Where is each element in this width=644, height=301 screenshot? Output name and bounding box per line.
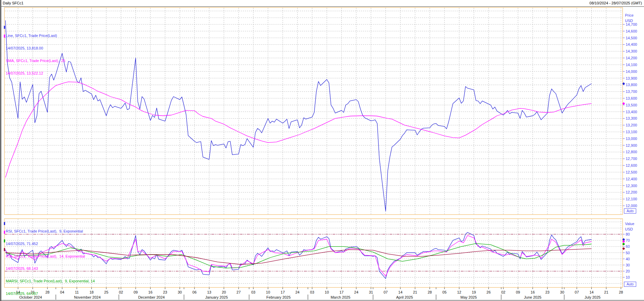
x-axis-day-label: 27: [236, 290, 241, 294]
x-axis-day-label: 14: [398, 290, 402, 294]
x-axis-day-label: 21: [604, 290, 608, 294]
price-axis-label: 12,900: [626, 143, 637, 147]
x-axis-month-label: January 2025: [205, 295, 228, 299]
x-axis-day-label: 19: [472, 290, 476, 294]
x-axis-day-label: 17: [339, 290, 343, 294]
x-axis-day-label: 17: [281, 290, 285, 294]
rsi-axis-title: USD: [625, 227, 633, 231]
x-axis-day-label: 30: [560, 290, 564, 294]
price-panel-border: [4, 7, 623, 215]
x-axis-day-label: 23: [163, 290, 167, 294]
rsi-axis-label: 40: [626, 257, 630, 261]
series-sma-25: [5, 82, 591, 177]
x-axis-day-label: 02: [501, 290, 505, 294]
x-axis-day-label: 24: [354, 290, 358, 294]
x-axis-day-label: 09: [516, 290, 520, 294]
legend-rsi14-value: 14/07/2025, 68.143: [6, 266, 97, 271]
price-axis-label: 14,000: [626, 69, 637, 74]
x-axis-day-label: 28: [619, 290, 623, 294]
rsi-axis-label: 70: [626, 238, 630, 242]
x-axis-day-label: 09: [134, 290, 138, 294]
price-axis-label: 12,400: [626, 177, 637, 181]
x-axis-day-label: 02: [119, 290, 123, 294]
legend-rsi14-name: RSI, SFCc1, Trade Price(Last), 14, Expon…: [6, 254, 97, 259]
x-axis-month-label: February 2025: [266, 295, 291, 299]
legend-sma-name: SMA, SFCc1, Trade Price(Last), 25: [6, 59, 65, 63]
x-axis-month-label: December 2024: [138, 295, 165, 299]
legend-marsi9-value: 14/07/2025, 64.037: [6, 292, 97, 296]
legend-line-value: 14/07/2025, 13,818.00: [6, 46, 65, 51]
price-axis-label: 13,200: [626, 123, 637, 127]
rsi-panel-border: [4, 219, 623, 287]
price-axis-auto-button[interactable]: Auto: [624, 208, 636, 214]
x-axis-day-label: 16: [148, 290, 152, 294]
price-axis-label: 12,100: [626, 197, 637, 201]
x-axis-day-label: 13: [207, 290, 211, 294]
x-axis-day-label: 10: [266, 290, 270, 294]
price-axis-label: 13,500: [626, 103, 637, 107]
x-axis-day-label: 07: [575, 290, 579, 294]
x-axis-day-label: 06: [192, 290, 196, 294]
x-axis-day-label: 03: [310, 290, 314, 294]
rsi-axis-title: Value: [625, 222, 634, 226]
price-axis-label: 13,800: [626, 83, 637, 87]
legend-sma-value: 14/07/2025, 13,522.12: [6, 71, 65, 76]
price-legend: Line, SFCc1, Trade Price(Last) 14/07/202…: [6, 25, 65, 84]
legend-swatch: [4, 222, 5, 225]
date-range-label: 08/10/2024 - 28/07/2025 (GMT): [589, 1, 642, 5]
legend-swatch: [4, 26, 5, 29]
price-axis-title: Price: [625, 13, 633, 17]
x-axis-day-label: 12: [457, 290, 461, 294]
rsi-axis-label: 10: [626, 275, 630, 279]
x-axis-day-label: 21: [413, 290, 417, 294]
legend-rsi9-name: RSI, SFCc1, Trade Price(Last), 9, Expone…: [6, 229, 97, 234]
price-axis-title: USD: [625, 19, 633, 23]
price-axis-label: 12,300: [626, 184, 637, 188]
x-axis-day-label: 16: [531, 290, 535, 294]
window-title: Daily SFCc1: [3, 1, 23, 5]
x-axis-day-label: 31: [369, 290, 373, 294]
window-left-edge: [0, 0, 1, 301]
price-axis-label: 13,300: [626, 116, 637, 120]
rsi-axis-auto-button[interactable]: Auto: [624, 282, 636, 287]
price-axis-label: 13,100: [626, 130, 637, 134]
price-axis-label: 12,800: [626, 150, 637, 154]
x-axis-day-label: 03: [251, 290, 255, 294]
rsi-axis-label: 80: [626, 232, 630, 236]
series-trade-price-last-: [5, 20, 591, 211]
rsi-axis-label: 30: [626, 263, 630, 267]
legend-swatch: [4, 239, 5, 242]
price-axis-label: 14,100: [626, 63, 637, 67]
x-axis-day-label: 10: [325, 290, 329, 294]
x-axis-month-label: May 2025: [460, 295, 477, 299]
legend-swatch: [4, 35, 5, 38]
x-axis-day-label: 20: [222, 290, 226, 294]
x-axis-day-label: 14: [589, 290, 593, 294]
x-axis-day-label: 07: [383, 290, 387, 294]
x-axis-day-label: 25: [104, 290, 108, 294]
rsi-axis-label: 60: [626, 244, 630, 248]
price-axis-label: 12,000: [626, 204, 637, 208]
price-axis-label: 14,400: [626, 42, 637, 46]
price-axis-label: 13,400: [626, 110, 637, 114]
x-axis-month-label: July 2025: [585, 295, 601, 299]
legend-line-name: Line, SFCc1, Trade Price(Last): [6, 34, 65, 38]
legend-rsi9-value: 14/07/2025, 71.452: [6, 242, 97, 246]
rsi-axis-label: 20: [626, 269, 630, 273]
price-axis-label: 12,200: [626, 190, 637, 194]
price-axis-label: 13,600: [626, 96, 637, 100]
price-axis-label: 14,200: [626, 56, 637, 60]
x-axis-day-label: 23: [545, 290, 549, 294]
price-axis-label: 14,600: [626, 29, 637, 33]
price-axis-label: 12,700: [626, 157, 637, 161]
price-axis-label: 12,500: [626, 170, 637, 174]
x-axis-day-label: 05: [442, 290, 447, 294]
price-axis-label: 14,500: [626, 36, 637, 40]
price-axis-label: 13,900: [626, 76, 637, 80]
price-axis-label: 13,000: [626, 137, 637, 141]
price-axis-label: 13,700: [626, 89, 637, 94]
x-axis-month-label: June 2025: [524, 295, 541, 299]
legend-swatch: [4, 231, 5, 234]
x-axis-day-label: 30: [178, 290, 182, 294]
rsi-legend: RSI, SFCc1, Trade Price(Last), 9, Expone…: [6, 221, 97, 301]
